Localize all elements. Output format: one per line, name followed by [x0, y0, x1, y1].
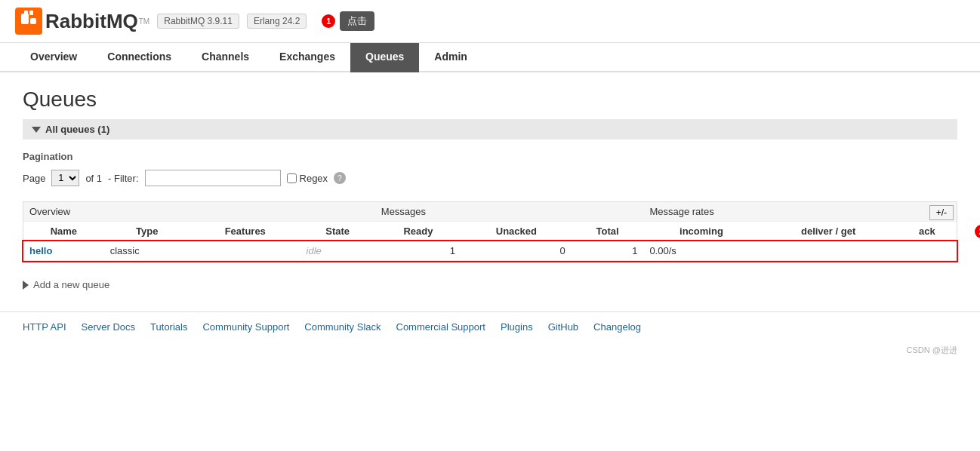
footer-http-api[interactable]: HTTP API	[23, 321, 66, 333]
annotation-2-number: 2	[975, 225, 980, 238]
add-queue-label: Add a new queue	[33, 279, 109, 290]
page-label: Page	[23, 173, 45, 184]
col-type: Type	[104, 222, 190, 241]
logo-text: RabbitMQ	[45, 10, 138, 33]
col-state: State	[300, 222, 375, 241]
page-select[interactable]: 1	[51, 170, 79, 186]
filter-label: - Filter:	[108, 173, 138, 184]
svg-rect-2	[30, 18, 36, 24]
overview-group-header: Overview	[23, 202, 375, 222]
filter-input[interactable]	[145, 170, 281, 186]
click-label: 点击	[347, 14, 367, 28]
section-all-queues[interactable]: All queues (1)	[23, 119, 957, 140]
erlang-badge: Erlang 24.2	[247, 14, 307, 29]
logo-tm: TM	[139, 17, 149, 26]
table-row[interactable]: hello classic idle 1 0 1 0.00/s	[23, 241, 957, 261]
collapse-icon	[32, 127, 41, 133]
pagination-row: Page 1 of 1 - Filter: Regex ?	[23, 170, 957, 186]
cell-ready: 1	[375, 241, 461, 261]
content-area: Queues All queues (1) Pagination Page 1 …	[0, 72, 980, 311]
regex-label: Regex	[287, 173, 328, 184]
col-name: Name	[23, 222, 104, 241]
pagination-label: Pagination	[23, 151, 957, 162]
header: RabbitMQ TM RabbitMQ 3.9.11 Erlang 24.2 …	[0, 0, 980, 43]
version-badge: RabbitMQ 3.9.11	[157, 14, 239, 29]
message-rates-group-header: Message rates	[643, 202, 957, 222]
section-label: All queues (1)	[45, 124, 109, 135]
footer-commercial-support[interactable]: Commercial Support	[396, 321, 486, 333]
cell-incoming: 0.00/s	[643, 241, 759, 261]
col-total: Total	[572, 222, 644, 241]
nav-channels[interactable]: Channels	[186, 43, 264, 72]
plus-minus-button[interactable]: +/-	[929, 205, 954, 220]
footer-changelog[interactable]: Changelog	[593, 321, 641, 333]
help-icon[interactable]: ?	[334, 172, 346, 184]
footer-github[interactable]: GitHub	[548, 321, 578, 333]
expand-icon	[23, 281, 29, 290]
col-ready: Ready	[375, 222, 461, 241]
col-unacked: Unacked	[461, 222, 572, 241]
col-features: Features	[190, 222, 300, 241]
logo-area: RabbitMQ TM RabbitMQ 3.9.11 Erlang 24.2	[15, 8, 307, 35]
cell-total: 1	[572, 241, 644, 261]
svg-rect-1	[21, 14, 29, 24]
nav-queues[interactable]: Queues	[350, 43, 419, 72]
regex-checkbox[interactable]	[287, 173, 297, 183]
nav-admin[interactable]: Admin	[419, 43, 482, 72]
footer: HTTP API Server Docs Tutorials Community…	[0, 311, 980, 342]
cell-deliver-get	[760, 241, 898, 261]
regex-text: Regex	[300, 173, 328, 184]
cell-name: hello	[23, 241, 104, 261]
annotation-1-number: 1	[322, 14, 335, 28]
annotation-2: 2 刚才创建的hello	[975, 222, 980, 241]
svg-rect-4	[29, 11, 33, 15]
messages-group-header: Messages	[375, 202, 644, 222]
cell-state: idle	[300, 241, 375, 261]
page-title: Queues	[23, 87, 957, 112]
footer-tutorials[interactable]: Tutorials	[150, 321, 187, 333]
nav-exchanges[interactable]: Exchanges	[264, 43, 350, 72]
col-incoming: incoming	[643, 222, 759, 241]
footer-server-docs[interactable]: Server Docs	[82, 321, 136, 333]
nav-connections[interactable]: Connections	[92, 43, 186, 72]
nav-overview[interactable]: Overview	[15, 43, 92, 72]
col-ack: ack	[898, 222, 957, 241]
footer-bottom: CSDN @进进	[0, 342, 980, 359]
queues-table: Overview Messages Message rates Name Typ…	[23, 202, 957, 261]
main-nav: Overview Connections Channels Exchanges …	[0, 43, 980, 72]
cell-unacked: 0	[461, 241, 572, 261]
cell-features	[190, 241, 300, 261]
of-label: of 1	[85, 173, 102, 184]
cell-ack	[898, 241, 957, 261]
footer-plugins[interactable]: Plugins	[501, 321, 533, 333]
queue-link[interactable]: hello	[29, 245, 52, 256]
cell-type: classic	[104, 241, 190, 261]
col-deliver-get: deliver / get	[760, 222, 898, 241]
footer-community-slack[interactable]: Community Slack	[304, 321, 381, 333]
queues-table-wrapper: +/- Overview Messages Message rates Name…	[23, 201, 957, 262]
footer-attribution: CSDN @进进	[907, 345, 957, 354]
rabbitmq-logo-icon	[15, 8, 42, 35]
logo: RabbitMQ TM	[15, 8, 149, 35]
click-tooltip: 点击	[340, 11, 374, 31]
svg-rect-3	[24, 11, 28, 15]
add-queue-section[interactable]: Add a new queue	[23, 273, 957, 296]
footer-community-support[interactable]: Community Support	[202, 321, 289, 333]
